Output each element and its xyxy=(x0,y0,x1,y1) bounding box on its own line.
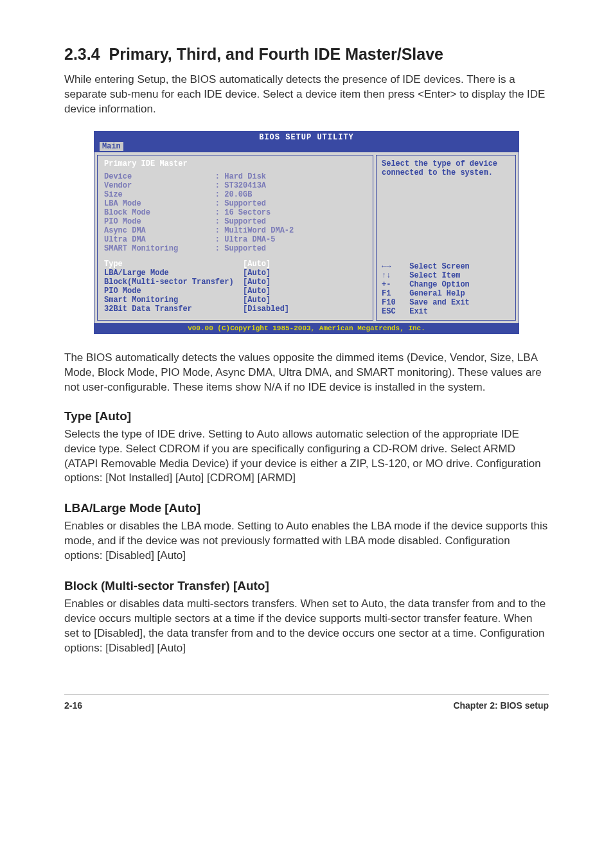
bios-tab-main[interactable]: Main xyxy=(100,142,123,151)
bios-info-row: LBA Mode : Supported xyxy=(104,199,366,208)
section-title-text: Primary, Third, and Fourth IDE Master/Sl… xyxy=(109,45,444,63)
page-footer: 2-16 Chapter 2: BIOS setup xyxy=(64,695,549,711)
bios-tabbar: Main xyxy=(94,142,519,152)
block-heading: Block (Multi-sector Transfer) [Auto] xyxy=(64,579,549,593)
bios-info-block: Device : Hard DiskVendor : ST320413ASize… xyxy=(104,172,366,253)
bios-info-row: Block Mode : 16 Sectors xyxy=(104,208,366,217)
bios-info-row: Vendor : ST320413A xyxy=(104,181,366,190)
bios-config-row[interactable]: Smart Monitoring [Auto] xyxy=(104,296,366,305)
bios-config-row[interactable]: PIO Mode [Auto] xyxy=(104,287,366,296)
bios-footer: v00.00 (C)Copyright 1985-2003, American … xyxy=(94,323,519,333)
bios-info-row: Async DMA : MultiWord DMA-2 xyxy=(104,226,366,235)
type-heading: Type [Auto] xyxy=(64,409,549,423)
bios-info-row: Device : Hard Disk xyxy=(104,172,366,181)
block-body: Enables or disables data multi-sectors t… xyxy=(64,597,549,656)
bios-config-block: Type [Auto]LBA/Large Mode [Auto]Block(Mu… xyxy=(104,260,366,314)
bios-screenshot: BIOS SETUP UTILITY Main Primary IDE Mast… xyxy=(94,131,519,334)
bios-config-row[interactable]: 32Bit Data Transfer [Disabled] xyxy=(104,305,366,314)
intro-paragraph: While entering Setup, the BIOS automatic… xyxy=(64,73,549,117)
bios-left-panel: Primary IDE Master Device : Hard DiskVen… xyxy=(97,155,373,321)
bios-info-row: Size : 20.0GB xyxy=(104,190,366,199)
footer-page-number: 2-16 xyxy=(64,700,82,711)
footer-chapter: Chapter 2: BIOS setup xyxy=(453,700,549,711)
bios-right-panel: Select the type of device connected to t… xyxy=(376,155,516,321)
bios-nav-help: ←→ Select Screen ↑↓ Select Item +- Chang… xyxy=(382,262,510,316)
bios-title: BIOS SETUP UTILITY xyxy=(94,132,519,142)
bios-info-row: SMART Monitoring : Supported xyxy=(104,244,366,253)
bios-help-text: Select the type of device connected to t… xyxy=(382,159,510,177)
bios-panel-header: Primary IDE Master xyxy=(104,159,366,168)
bios-info-row: PIO Mode : Supported xyxy=(104,217,366,226)
lba-heading: LBA/Large Mode [Auto] xyxy=(64,501,549,515)
bios-config-row[interactable]: Type [Auto] xyxy=(104,260,366,269)
bios-config-row[interactable]: Block(Multi-sector Transfer) [Auto] xyxy=(104,278,366,287)
section-number: 2.3.4 xyxy=(64,45,100,63)
section-heading: 2.3.4 Primary, Third, and Fourth IDE Mas… xyxy=(64,45,549,64)
bios-config-row[interactable]: LBA/Large Mode [Auto] xyxy=(104,269,366,278)
bios-info-row: Ultra DMA : Ultra DMA-5 xyxy=(104,235,366,244)
post-bios-paragraph: The BIOS automatically detects the value… xyxy=(64,351,549,395)
lba-body: Enables or disables the LBA mode. Settin… xyxy=(64,519,549,563)
type-body: Selects the type of IDE drive. Setting t… xyxy=(64,427,549,486)
